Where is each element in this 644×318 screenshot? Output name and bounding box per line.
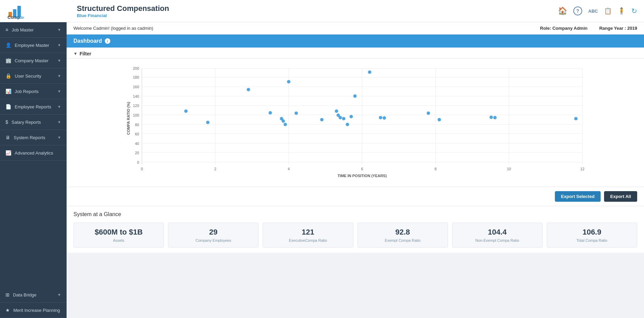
- glance-card-assets: $600M to $1B Assets: [73, 223, 164, 248]
- glance-value-nonexempt-compa: 104.4: [456, 228, 539, 237]
- svg-point-58: [350, 115, 353, 118]
- svg-point-50: [284, 123, 287, 126]
- chart-container: 200 180 160 140 120 100 80 60 40 20 0: [67, 58, 644, 187]
- app-subtitle: Blue Financial: [77, 13, 558, 18]
- sidebar-item-merit-increase[interactable]: ★ Merit Increase Planning: [0, 303, 67, 318]
- glance-card-exempt-compa: 92.8 Exempt Compa Ratio: [358, 223, 448, 248]
- spell-icon[interactable]: ABC: [588, 9, 598, 14]
- export-row: Export Selected Export All: [67, 187, 644, 206]
- sidebar-label-salary-reports: Salary Reports: [12, 120, 41, 125]
- main-layout: ≡ Job Master ▼ 👤 Employee Master ▼ 🏢 Com…: [0, 22, 644, 318]
- sidebar-label-job-reports: Job Reports: [15, 89, 39, 94]
- svg-text:200: 200: [133, 66, 139, 70]
- sidebar-label-advanced-analytics: Advanced Analytics: [15, 150, 53, 156]
- svg-point-66: [493, 116, 497, 119]
- svg-text:8: 8: [434, 167, 436, 171]
- help-icon[interactable]: ?: [573, 6, 582, 15]
- svg-point-53: [335, 109, 338, 113]
- glance-card-executive-compa: 121 ExecutiveCompa Ratio: [263, 223, 353, 248]
- glance-label-executive-compa: ExecutiveCompa Ratio: [266, 238, 349, 242]
- range-value: 2019: [627, 26, 637, 31]
- sidebar-item-employee-reports[interactable]: 📄 Employee Reports ▼: [0, 99, 67, 115]
- sidebar-item-job-master[interactable]: ≡ Job Master ▼: [0, 22, 67, 38]
- sidebar: ≡ Job Master ▼ 👤 Employee Master ▼ 🏢 Com…: [0, 22, 67, 318]
- employee-master-icon: 👤: [5, 42, 11, 48]
- svg-point-49: [282, 119, 285, 123]
- app-title-area: Structured Compensation Blue Financial: [73, 4, 558, 18]
- filter-section: ▼ Filter: [67, 48, 644, 58]
- dashboard-panel: Dashboard i ▼ Filter 200 180: [67, 35, 644, 318]
- svg-text:180: 180: [133, 75, 139, 79]
- sidebar-label-company-master: Company Master: [15, 58, 48, 63]
- welcome-right: Role: Company Admin Range Year : 2019: [540, 26, 637, 31]
- glance-card-nonexempt-compa: 104.4 Non-Exempt Compa Ratio: [452, 223, 543, 248]
- user-security-icon: 🔒: [5, 73, 11, 79]
- svg-text:80: 80: [135, 123, 139, 127]
- svg-text:100: 100: [133, 113, 139, 117]
- glance-title: System at a Glance: [73, 211, 637, 217]
- sidebar-item-system-reports[interactable]: 🖥 System Reports ▼: [0, 130, 67, 145]
- chevron-employee-master: ▼: [57, 43, 61, 47]
- dashboard-info-icon[interactable]: i: [105, 38, 110, 44]
- chevron-job-master: ▼: [57, 28, 61, 32]
- svg-point-46: [287, 80, 291, 83]
- top-header: Comp ease Structured Compensation Blue F…: [0, 0, 644, 22]
- company-master-icon: 🏢: [5, 58, 11, 63]
- svg-point-56: [342, 117, 346, 120]
- job-master-icon: ≡: [5, 27, 8, 32]
- person-icon[interactable]: 🧍: [618, 7, 625, 15]
- glance-label-nonexempt-compa: Non-Exempt Compa Ratio: [456, 238, 539, 242]
- glance-value-employees: 29: [172, 228, 255, 237]
- export-selected-button[interactable]: Export Selected: [555, 191, 601, 202]
- svg-point-67: [574, 117, 578, 120]
- sidebar-item-advanced-analytics[interactable]: 📈 Advanced Analytics: [0, 145, 67, 161]
- sidebar-item-data-bridge[interactable]: ⊞ Data Bridge ▼: [0, 287, 67, 303]
- svg-text:20: 20: [135, 151, 139, 155]
- svg-text:COMPA RATIO (%): COMPA RATIO (%): [126, 102, 130, 135]
- svg-text:12: 12: [580, 167, 584, 171]
- svg-point-51: [295, 111, 298, 115]
- content-area: Welcome Cadmin! (logged in as cadmin) Ro…: [67, 22, 644, 318]
- glance-value-assets: $600M to $1B: [77, 228, 160, 237]
- svg-point-62: [383, 116, 386, 120]
- glance-cards: $600M to $1B Assets 29 Company Employees…: [73, 223, 637, 248]
- chevron-company-master: ▼: [57, 58, 61, 63]
- header-icons: 🏠 ? ABC 📋 🧍 ↻: [558, 6, 637, 15]
- logo-svg: Comp ease: [7, 2, 24, 19]
- book-icon[interactable]: 📋: [604, 7, 612, 15]
- glance-section: System at a Glance $600M to $1B Assets 2…: [67, 206, 644, 253]
- sidebar-item-user-security[interactable]: 🔒 User Security ▼: [0, 68, 67, 84]
- scatter-svg: 200 180 160 140 120 100 80 60 40 20 0: [73, 64, 637, 180]
- sidebar-label-employee-master: Employee Master: [15, 43, 49, 48]
- svg-text:0: 0: [141, 167, 143, 171]
- glance-label-employees: Company Employees: [172, 238, 255, 242]
- sidebar-label-merit-increase: Merit Increase Planning: [13, 308, 60, 313]
- chevron-job-reports: ▼: [57, 89, 61, 93]
- sidebar-item-salary-reports[interactable]: $ Salary Reports ▼: [0, 115, 67, 130]
- home-icon[interactable]: 🏠: [558, 6, 567, 15]
- sidebar-label-job-master: Job Master: [12, 27, 33, 32]
- glance-label-total-compa: Total Compa Ratio: [550, 238, 633, 242]
- sidebar-item-employee-master[interactable]: 👤 Employee Master ▼: [0, 38, 67, 53]
- role-value: Company Admin: [552, 26, 588, 31]
- chevron-salary-reports: ▼: [57, 120, 61, 124]
- welcome-text: Welcome Cadmin! (logged in as cadmin): [73, 26, 153, 31]
- advanced-analytics-icon: 📈: [5, 150, 11, 156]
- logo-area: Comp ease: [7, 2, 73, 19]
- filter-arrow-icon: ▼: [73, 51, 78, 56]
- svg-text:120: 120: [133, 104, 139, 108]
- sidebar-label-system-reports: System Reports: [14, 135, 45, 140]
- sidebar-item-job-reports[interactable]: 📊 Job Reports ▼: [0, 84, 67, 99]
- svg-point-43: [184, 109, 188, 113]
- export-all-button[interactable]: Export All: [604, 191, 637, 202]
- sidebar-item-company-master[interactable]: 🏢 Company Master ▼: [0, 53, 67, 68]
- chevron-user-security: ▼: [57, 74, 61, 78]
- chevron-employee-reports: ▼: [57, 105, 61, 109]
- svg-text:160: 160: [133, 85, 139, 89]
- refresh-icon[interactable]: ↻: [631, 7, 637, 15]
- filter-toggle[interactable]: ▼ Filter: [73, 51, 637, 56]
- sidebar-label-data-bridge: Data Bridge: [13, 292, 37, 297]
- svg-text:140: 140: [133, 94, 139, 98]
- svg-text:10: 10: [507, 167, 511, 171]
- dashboard-header: Dashboard i: [67, 35, 644, 48]
